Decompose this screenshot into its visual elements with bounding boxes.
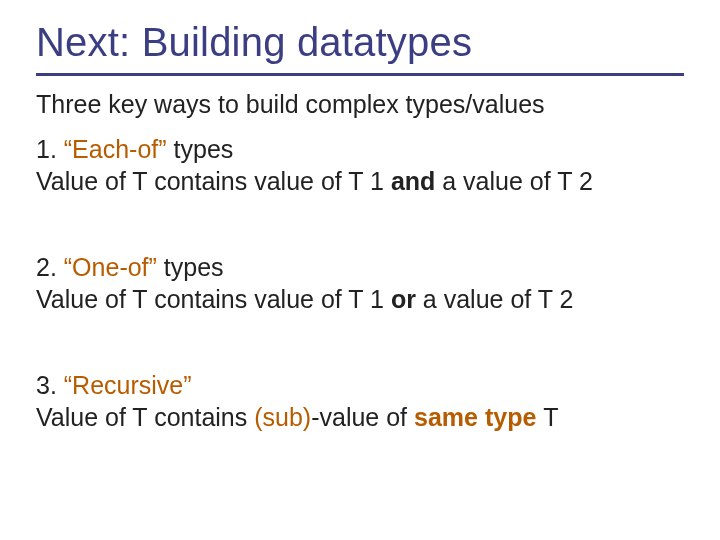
item-2-desc-pre: Value of T contains value of T 1: [36, 285, 391, 313]
item-3-desc: Value of T contains (sub)-value of same …: [36, 401, 684, 433]
item-1: 1. “Each-of” types Value of T contains v…: [36, 133, 684, 197]
item-2-name: “One-of”: [64, 253, 157, 281]
item-3-num: 3.: [36, 371, 64, 399]
slide: Next: Building datatypes Three key ways …: [0, 0, 720, 540]
slide-title: Next: Building datatypes: [36, 20, 684, 65]
item-1-head: 1. “Each-of” types: [36, 133, 684, 165]
lead-text: Three key ways to build complex types/va…: [36, 90, 684, 119]
item-1-name-suffix: types: [167, 135, 234, 163]
item-3-kw: same type: [414, 403, 543, 431]
item-2-desc: Value of T contains value of T 1 or a va…: [36, 283, 684, 315]
item-2-head: 2. “One-of” types: [36, 251, 684, 283]
item-3-mid-colored: (sub): [254, 403, 311, 431]
item-1-name: “Each-of”: [64, 135, 167, 163]
item-1-desc-post: a value of T 2: [435, 167, 593, 195]
item-3: 3. “Recursive” Value of T contains (sub)…: [36, 369, 684, 433]
title-rule: [36, 73, 684, 76]
item-1-desc-pre: Value of T contains value of T 1: [36, 167, 391, 195]
item-3-desc-pre: Value of T contains: [36, 403, 254, 431]
item-2: 2. “One-of” types Value of T contains va…: [36, 251, 684, 315]
item-3-mid-plain: -value of: [311, 403, 414, 431]
item-2-num: 2.: [36, 253, 64, 281]
item-2-name-suffix: types: [157, 253, 224, 281]
item-2-desc-post: a value of T 2: [416, 285, 574, 313]
item-1-num: 1.: [36, 135, 64, 163]
item-3-desc-post: T: [543, 403, 558, 431]
item-1-kw: and: [391, 167, 435, 195]
item-3-head: 3. “Recursive”: [36, 369, 684, 401]
item-1-desc: Value of T contains value of T 1 and a v…: [36, 165, 684, 197]
item-3-name: “Recursive”: [64, 371, 192, 399]
item-2-kw: or: [391, 285, 416, 313]
